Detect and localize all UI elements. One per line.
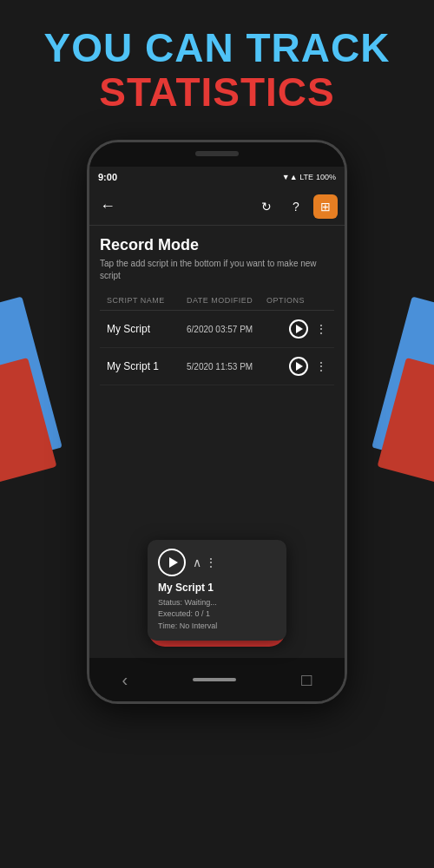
signal-icon: ▼▲ LTE	[282, 173, 313, 181]
play-icon-2	[296, 362, 303, 371]
popup-up-button[interactable]: ∧	[193, 556, 201, 569]
hero-line1: YOU CAN TRACK	[17, 26, 417, 70]
play-button-2[interactable]	[289, 357, 308, 376]
phone-notch	[89, 142, 345, 167]
play-button-1[interactable]	[289, 319, 308, 339]
phone-container: 9:00 ▼▲ LTE 100% ← ↻ ? ⊞	[0, 140, 434, 704]
popup-status: Status: Waiting...	[158, 597, 276, 609]
phone-speaker	[195, 151, 239, 156]
popup-play-icon	[169, 557, 178, 568]
status-time: 9:00	[98, 172, 117, 182]
status-icons: ▼▲ LTE 100%	[282, 173, 336, 181]
app-bar: ← ↻ ? ⊞	[89, 187, 345, 226]
back-button[interactable]: ←	[96, 194, 119, 219]
popup-time: Time: No Interval	[158, 621, 276, 633]
table-row: My Script 1 5/2020 11:53 PM ⋮	[100, 348, 334, 385]
popup-info: Status: Waiting... Executed: 0 / 1 Time:…	[158, 597, 276, 633]
phone-mockup: 9:00 ▼▲ LTE 100% ← ↻ ? ⊞	[87, 140, 347, 704]
play-icon-1	[296, 325, 303, 333]
hero-line2: STATISTICS	[17, 70, 417, 115]
hero-header: YOU CAN TRACK STATISTICS	[0, 0, 434, 131]
popup-script-name: My Script 1	[158, 582, 276, 594]
calculator-button[interactable]: ⊞	[313, 194, 338, 219]
calc-icon: ⊞	[320, 200, 331, 214]
help-icon: ?	[293, 200, 299, 214]
app-bar-left: ←	[96, 194, 119, 219]
col-date-modified: DATE MODIFIED	[187, 296, 266, 305]
popup-play-button[interactable]	[158, 549, 186, 576]
status-bar: 9:00 ▼▲ LTE 100%	[89, 167, 345, 187]
page-title: Record Mode	[100, 236, 334, 254]
nav-back-button[interactable]: ‹	[122, 670, 128, 690]
more-button-2[interactable]: ⋮	[315, 359, 327, 373]
battery-icon: 100%	[316, 173, 336, 181]
page-subtitle: Tap the add script in the bottom if you …	[100, 258, 334, 282]
row-options-1: ⋮	[266, 319, 327, 339]
table-row: My Script 6/2020 03:57 PM ⋮	[100, 311, 334, 348]
screen-body: Record Mode Tap the add script in the bo…	[89, 226, 345, 701]
col-script-name: SCRIPT NAME	[107, 296, 187, 305]
nav-home-indicator[interactable]	[193, 678, 236, 681]
more-button-1[interactable]: ⋮	[315, 322, 327, 336]
popup-executed: Executed: 0 / 1	[158, 608, 276, 621]
bottom-nav: ‹ □	[89, 658, 345, 701]
nav-square-button[interactable]: □	[301, 670, 312, 690]
help-button[interactable]: ?	[284, 194, 308, 219]
popup-more-button[interactable]: ⋮	[205, 556, 217, 569]
popup-actions: ∧ ⋮	[193, 556, 217, 569]
table-header: SCRIPT NAME DATE MODIFIED OPTIONS	[100, 291, 334, 311]
script-date-2: 5/2020 11:53 PM	[187, 362, 266, 372]
refresh-button[interactable]: ↻	[254, 194, 279, 219]
script-name-1: My Script	[107, 323, 187, 335]
col-options: OPTIONS	[266, 296, 327, 305]
script-popup: ∧ ⋮ My Script 1 Status: Waiting... Execu…	[148, 540, 286, 641]
row-options-2: ⋮	[266, 357, 327, 376]
app-bar-right: ↻ ? ⊞	[254, 194, 338, 219]
script-name-2: My Script 1	[107, 360, 187, 372]
script-date-1: 6/2020 03:57 PM	[187, 325, 266, 334]
popup-top: ∧ ⋮	[158, 549, 276, 576]
